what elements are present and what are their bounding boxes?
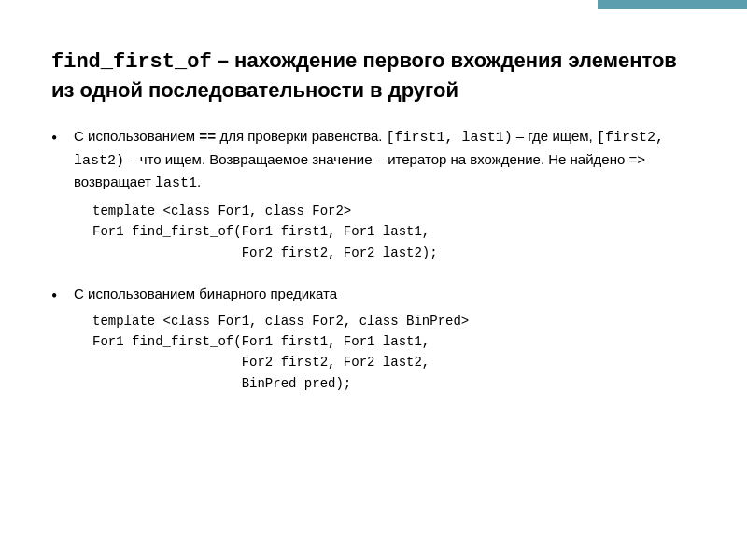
item1-code-line2: For1 find_first_of(For1 first1, For1 las… <box>92 221 696 242</box>
item2-code-line2: For1 find_first_of(For1 first1, For1 las… <box>92 331 696 352</box>
item1-range1: [first1, last1) <box>387 130 513 146</box>
item2-code: template <class For1, class For2, class … <box>92 311 696 395</box>
list-item-2: • С использованием бинарного предиката t… <box>51 284 696 394</box>
title-separator: – <box>212 49 234 72</box>
content-list: • С использованием == для проверки равен… <box>51 126 696 394</box>
item2-text: С использованием бинарного предиката <box>74 284 696 305</box>
item2-code-line1: template <class For1, class For2, class … <box>92 311 696 331</box>
item1-code-line1: template <class For1, class For2> <box>92 201 696 221</box>
item2-code-line4: BinPred pred); <box>92 373 696 394</box>
page-title: find_first_of – нахождение первого вхожд… <box>51 47 696 104</box>
list-item-1: • С использованием == для проверки равен… <box>51 126 696 263</box>
title-function-name: find_first_of <box>51 50 212 74</box>
bullet-1: • <box>51 127 68 150</box>
item1-operator: == <box>199 130 216 146</box>
item2-content: С использованием бинарного предиката tem… <box>74 284 696 394</box>
bullet-2: • <box>51 285 68 308</box>
top-accent-bar <box>598 0 747 9</box>
item1-content: С использованием == для проверки равенст… <box>74 126 696 263</box>
item1-text: С использованием == для проверки равенст… <box>74 126 696 195</box>
item1-last1: last1 <box>155 175 197 191</box>
item1-range2: [first2, last2) <box>74 130 664 169</box>
item1-code: template <class For1, class For2> For1 f… <box>92 201 696 263</box>
item2-code-line3: For2 first2, For2 last2, <box>92 352 696 372</box>
main-content: find_first_of – нахождение первого вхожд… <box>0 0 747 442</box>
item1-code-line3: For2 first2, For2 last2); <box>92 243 696 263</box>
